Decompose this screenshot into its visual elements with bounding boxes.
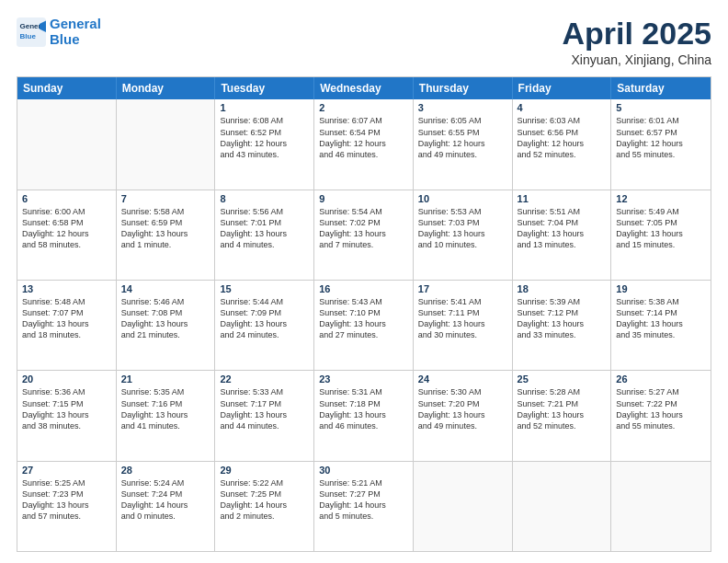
cell-info: Sunrise: 5:53 AM Sunset: 7:03 PM Dayligh… — [418, 206, 507, 251]
cal-row-0: 1Sunrise: 6:08 AM Sunset: 6:52 PM Daylig… — [17, 99, 711, 190]
day-number: 16 — [319, 283, 408, 294]
day-number: 9 — [319, 193, 408, 204]
cal-cell-1-0: 6Sunrise: 6:00 AM Sunset: 6:58 PM Daylig… — [17, 190, 117, 280]
cal-cell-3-4: 24Sunrise: 5:30 AM Sunset: 7:20 PM Dayli… — [414, 371, 513, 460]
day-number: 13 — [22, 283, 111, 294]
header-thursday: Thursday — [414, 77, 513, 99]
cell-info: Sunrise: 5:39 AM Sunset: 7:12 PM Dayligh… — [518, 296, 607, 341]
cal-cell-3-5: 25Sunrise: 5:28 AM Sunset: 7:21 PM Dayli… — [513, 371, 612, 460]
cal-cell-3-2: 22Sunrise: 5:33 AM Sunset: 7:17 PM Dayli… — [215, 371, 314, 460]
day-number: 10 — [418, 193, 507, 204]
header-tuesday: Tuesday — [215, 77, 314, 99]
cell-info: Sunrise: 6:08 AM Sunset: 6:52 PM Dayligh… — [220, 115, 309, 160]
cal-cell-0-3: 2Sunrise: 6:07 AM Sunset: 6:54 PM Daylig… — [314, 99, 414, 189]
day-number: 22 — [220, 373, 309, 385]
cell-info: Sunrise: 6:03 AM Sunset: 6:56 PM Dayligh… — [518, 115, 607, 160]
cal-cell-2-3: 16Sunrise: 5:43 AM Sunset: 7:10 PM Dayli… — [314, 281, 414, 370]
cal-cell-1-2: 8Sunrise: 5:56 AM Sunset: 7:01 PM Daylig… — [215, 190, 314, 280]
cal-cell-0-2: 1Sunrise: 6:08 AM Sunset: 6:52 PM Daylig… — [215, 99, 314, 189]
cal-cell-4-1: 28Sunrise: 5:24 AM Sunset: 7:24 PM Dayli… — [117, 462, 216, 551]
cell-info: Sunrise: 5:56 AM Sunset: 7:01 PM Dayligh… — [220, 206, 309, 251]
header-friday: Friday — [513, 77, 612, 99]
day-number: 1 — [220, 102, 309, 113]
cell-info: Sunrise: 6:00 AM Sunset: 6:58 PM Dayligh… — [22, 206, 111, 251]
day-number: 27 — [22, 465, 111, 476]
day-number: 5 — [616, 102, 706, 113]
cal-row-1: 6Sunrise: 6:00 AM Sunset: 6:58 PM Daylig… — [17, 190, 711, 281]
cal-cell-2-1: 14Sunrise: 5:46 AM Sunset: 7:08 PM Dayli… — [117, 281, 216, 370]
day-number: 19 — [616, 283, 706, 294]
cal-cell-1-4: 10Sunrise: 5:53 AM Sunset: 7:03 PM Dayli… — [414, 190, 513, 280]
cal-cell-1-3: 9Sunrise: 5:54 AM Sunset: 7:02 PM Daylig… — [314, 190, 414, 280]
cell-info: Sunrise: 5:46 AM Sunset: 7:08 PM Dayligh… — [121, 296, 210, 341]
day-number: 25 — [518, 373, 607, 385]
cell-info: Sunrise: 5:38 AM Sunset: 7:14 PM Dayligh… — [616, 296, 706, 341]
cal-cell-1-1: 7Sunrise: 5:58 AM Sunset: 6:59 PM Daylig… — [117, 190, 216, 280]
logo-line2: Blue — [50, 31, 80, 47]
cell-info: Sunrise: 5:49 AM Sunset: 7:05 PM Dayligh… — [616, 206, 706, 251]
cal-cell-3-6: 26Sunrise: 5:27 AM Sunset: 7:22 PM Dayli… — [611, 371, 711, 460]
page: General Blue General Blue April 2025 Xin… — [0, 0, 728, 563]
calendar: Sunday Monday Tuesday Wednesday Thursday… — [17, 76, 711, 552]
day-number: 3 — [418, 102, 507, 113]
cal-cell-3-1: 21Sunrise: 5:35 AM Sunset: 7:16 PM Dayli… — [117, 371, 216, 460]
cell-info: Sunrise: 5:28 AM Sunset: 7:21 PM Dayligh… — [518, 386, 607, 431]
cell-info: Sunrise: 5:33 AM Sunset: 7:17 PM Dayligh… — [220, 386, 309, 431]
logo: General Blue General Blue — [17, 17, 101, 47]
header-sunday: Sunday — [17, 77, 117, 99]
cal-cell-4-4 — [414, 462, 513, 551]
cal-cell-1-6: 12Sunrise: 5:49 AM Sunset: 7:05 PM Dayli… — [611, 190, 711, 280]
cal-cell-0-1 — [117, 99, 216, 189]
cal-cell-0-4: 3Sunrise: 6:05 AM Sunset: 6:55 PM Daylig… — [414, 99, 513, 189]
cal-cell-2-6: 19Sunrise: 5:38 AM Sunset: 7:14 PM Dayli… — [611, 281, 711, 370]
calendar-body: 1Sunrise: 6:08 AM Sunset: 6:52 PM Daylig… — [17, 99, 711, 551]
cal-cell-2-5: 18Sunrise: 5:39 AM Sunset: 7:12 PM Dayli… — [513, 281, 612, 370]
cal-cell-0-6: 5Sunrise: 6:01 AM Sunset: 6:57 PM Daylig… — [611, 99, 711, 189]
cal-row-2: 13Sunrise: 5:48 AM Sunset: 7:07 PM Dayli… — [17, 281, 711, 371]
svg-text:Blue: Blue — [20, 32, 37, 40]
cal-cell-2-4: 17Sunrise: 5:41 AM Sunset: 7:11 PM Dayli… — [414, 281, 513, 370]
header-wednesday: Wednesday — [314, 77, 414, 99]
header-saturday: Saturday — [611, 77, 711, 99]
cal-cell-1-5: 11Sunrise: 5:51 AM Sunset: 7:04 PM Dayli… — [513, 190, 612, 280]
cal-cell-4-6 — [611, 462, 711, 551]
cell-info: Sunrise: 5:22 AM Sunset: 7:25 PM Dayligh… — [220, 477, 309, 523]
cell-info: Sunrise: 5:51 AM Sunset: 7:04 PM Dayligh… — [518, 206, 607, 251]
day-number: 2 — [319, 102, 408, 113]
cell-info: Sunrise: 5:30 AM Sunset: 7:20 PM Dayligh… — [418, 386, 507, 431]
cell-info: Sunrise: 6:01 AM Sunset: 6:57 PM Dayligh… — [616, 115, 706, 160]
cal-cell-4-3: 30Sunrise: 5:21 AM Sunset: 7:27 PM Dayli… — [314, 462, 414, 551]
cal-cell-2-0: 13Sunrise: 5:48 AM Sunset: 7:07 PM Dayli… — [17, 281, 117, 370]
day-number: 20 — [22, 373, 111, 385]
logo-text: General Blue — [50, 17, 101, 47]
cell-info: Sunrise: 5:54 AM Sunset: 7:02 PM Dayligh… — [319, 206, 408, 251]
day-number: 17 — [418, 283, 507, 294]
calendar-header: Sunday Monday Tuesday Wednesday Thursday… — [17, 77, 711, 99]
cell-info: Sunrise: 5:41 AM Sunset: 7:11 PM Dayligh… — [418, 296, 507, 341]
day-number: 8 — [220, 193, 309, 204]
cal-cell-2-2: 15Sunrise: 5:44 AM Sunset: 7:09 PM Dayli… — [215, 281, 314, 370]
day-number: 14 — [121, 283, 210, 294]
cal-cell-0-5: 4Sunrise: 6:03 AM Sunset: 6:56 PM Daylig… — [513, 99, 612, 189]
day-number: 15 — [220, 283, 309, 294]
logo-icon: General Blue — [17, 17, 46, 47]
cell-info: Sunrise: 5:58 AM Sunset: 6:59 PM Dayligh… — [121, 206, 210, 251]
cell-info: Sunrise: 6:05 AM Sunset: 6:55 PM Dayligh… — [418, 115, 507, 160]
logo-line1: General — [50, 16, 101, 31]
cal-cell-0-0 — [17, 99, 117, 189]
location-subtitle: Xinyuan, Xinjiang, China — [562, 52, 711, 67]
cell-info: Sunrise: 5:44 AM Sunset: 7:09 PM Dayligh… — [220, 296, 309, 341]
cal-row-3: 20Sunrise: 5:36 AM Sunset: 7:15 PM Dayli… — [17, 371, 711, 461]
day-number: 26 — [616, 373, 706, 385]
day-number: 30 — [319, 465, 408, 476]
cal-cell-3-0: 20Sunrise: 5:36 AM Sunset: 7:15 PM Dayli… — [17, 371, 117, 460]
cell-info: Sunrise: 5:43 AM Sunset: 7:10 PM Dayligh… — [319, 296, 408, 341]
cell-info: Sunrise: 5:21 AM Sunset: 7:27 PM Dayligh… — [319, 477, 408, 523]
day-number: 28 — [121, 465, 210, 476]
cal-cell-4-2: 29Sunrise: 5:22 AM Sunset: 7:25 PM Dayli… — [215, 462, 314, 551]
day-number: 4 — [518, 102, 607, 113]
header: General Blue General Blue April 2025 Xin… — [17, 17, 711, 67]
day-number: 23 — [319, 373, 408, 385]
header-monday: Monday — [117, 77, 216, 99]
cell-info: Sunrise: 5:27 AM Sunset: 7:22 PM Dayligh… — [616, 386, 706, 431]
